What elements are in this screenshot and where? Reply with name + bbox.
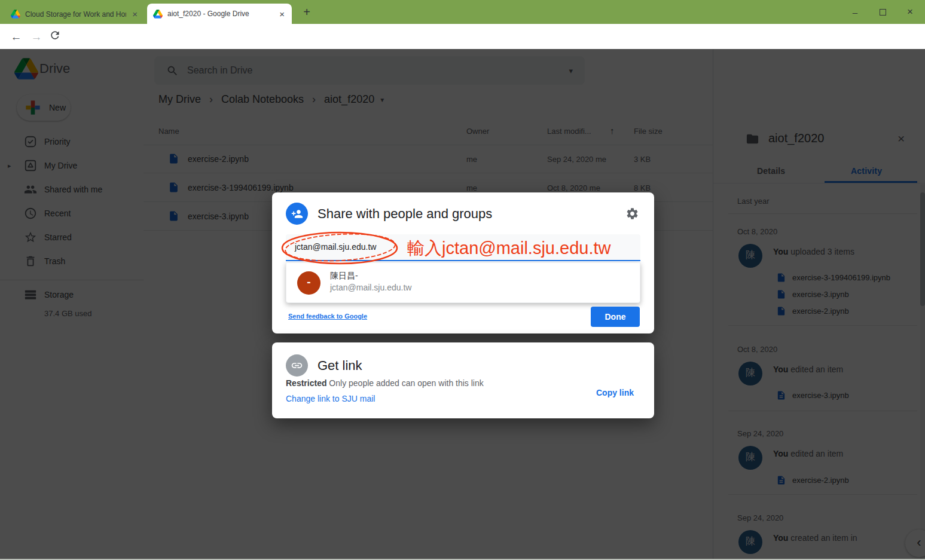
suggestion-avatar: - <box>297 271 320 295</box>
restricted-label: Restricted <box>286 378 326 388</box>
close-tab-icon[interactable]: × <box>131 9 139 19</box>
done-button[interactable]: Done <box>591 307 640 327</box>
browser-toolbar: ← → drive.google.com/drive/folders/1hr5J… <box>0 24 925 49</box>
change-link-button[interactable]: Change link to SJU mail <box>286 394 375 403</box>
link-icon <box>286 354 308 377</box>
minimize-button[interactable]: – <box>841 0 869 24</box>
suggestion-name: 陳日昌- <box>330 271 358 281</box>
person-add-icon <box>286 203 308 225</box>
tab-bar: Cloud Storage for Work and Hom × aiot_f2… <box>0 0 925 24</box>
forward-button[interactable]: → <box>29 29 44 45</box>
get-link-title: Get link <box>318 358 362 374</box>
copy-link-button[interactable]: Copy link <box>596 388 634 397</box>
suggestion-email: jctan@mail.sju.edu.tw <box>330 283 411 292</box>
restricted-status: Restricted Only people added can open wi… <box>286 378 484 388</box>
maximize-button[interactable] <box>869 0 896 24</box>
drive-favicon <box>11 10 20 19</box>
drive-favicon <box>153 10 163 19</box>
get-link-card: Get link Restricted Only people added ca… <box>272 342 654 418</box>
back-button[interactable]: ← <box>8 29 24 45</box>
annotation-ellipse <box>280 230 403 267</box>
browser-tab-aiot-f2020[interactable]: aiot_f2020 - Google Drive × <box>147 4 292 24</box>
recipient-suggestion[interactable]: - 陳日昌- jctan@mail.sju.edu.tw <box>286 262 640 303</box>
new-tab-button[interactable]: + <box>299 5 315 20</box>
close-window-button[interactable]: × <box>896 0 924 24</box>
share-dialog-title: Share with people and groups <box>318 206 492 222</box>
tab-title: Cloud Storage for Work and Hom <box>25 10 126 19</box>
tab-title: aiot_f2020 - Google Drive <box>167 10 273 18</box>
browser-window: Cloud Storage for Work and Hom × aiot_f2… <box>0 0 925 560</box>
share-settings-gear-icon[interactable] <box>625 207 640 221</box>
browser-tab-cloud-storage[interactable]: Cloud Storage for Work and Hom × <box>5 4 145 24</box>
refresh-button[interactable] <box>49 29 65 45</box>
close-tab-icon[interactable]: × <box>278 9 286 19</box>
maximize-icon <box>880 9 886 16</box>
annotation-text: 輸入jctan@mail.sju.edu.tw <box>407 237 611 261</box>
send-feedback-link[interactable]: Send feedback to Google <box>288 313 367 320</box>
